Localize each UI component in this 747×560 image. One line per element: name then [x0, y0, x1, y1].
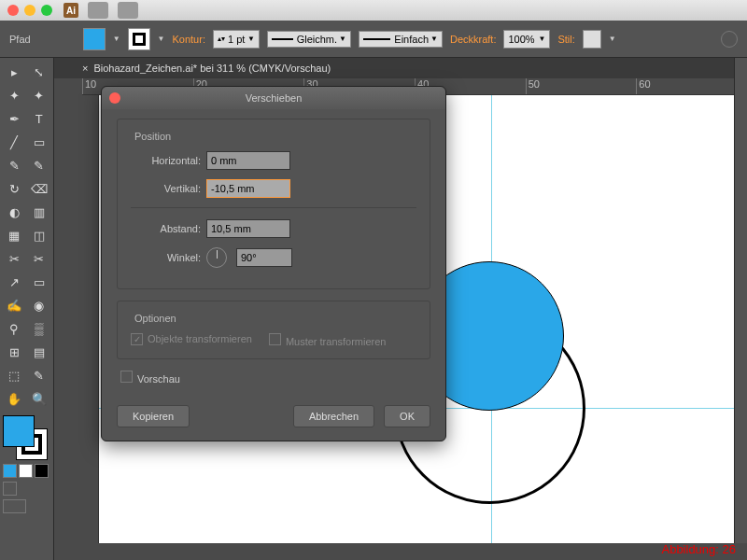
abstand-input[interactable]: [206, 219, 290, 238]
screen-mode-2[interactable]: [3, 499, 26, 513]
control-bar: Pfad ▼ ▼ Kontur: ▴▾1 pt▼ Gleichm.▼ Einfa…: [0, 21, 747, 58]
tool-button[interactable]: 🔍: [28, 388, 51, 410]
stroke-profile-1[interactable]: Gleichm.▼: [267, 31, 351, 48]
dialog-title: Verschieben: [246, 92, 303, 104]
zoom-dot[interactable]: [41, 5, 52, 16]
minimize-dot[interactable]: [24, 5, 35, 16]
panel-menu-icon[interactable]: [721, 31, 738, 48]
tool-button[interactable]: ✎: [3, 155, 26, 176]
muster-label: Muster transformieren: [286, 336, 387, 347]
opacity-select[interactable]: 100%▼: [503, 30, 550, 49]
tool-button[interactable]: ⚲: [3, 318, 26, 340]
tool-button[interactable]: ▥: [28, 202, 51, 223]
vorschau-checkbox[interactable]: [120, 371, 133, 383]
mini-swatch[interactable]: [19, 464, 33, 478]
objekte-label: Objekte transformieren: [148, 333, 252, 344]
mini-swatch[interactable]: [35, 464, 49, 478]
vertical-ruler: [82, 95, 99, 543]
tool-button[interactable]: ⬚: [3, 365, 26, 386]
vertical-label: Vertikal:: [131, 183, 201, 194]
tool-button[interactable]: ⊞: [3, 342, 26, 363]
tool-button[interactable]: ⌫: [28, 178, 51, 200]
layout-button[interactable]: [118, 2, 138, 19]
close-tab-icon[interactable]: ×: [82, 63, 88, 74]
stroke-profile-2[interactable]: Einfach▼: [359, 31, 443, 48]
color-mode-row: [3, 464, 50, 478]
tool-button[interactable]: ╱: [3, 132, 26, 153]
right-panel-strip[interactable]: [734, 58, 747, 543]
objekte-checkbox[interactable]: ✓: [131, 333, 143, 345]
tool-button[interactable]: T: [28, 108, 51, 130]
document-tab-bar: × Biohazard_Zeichen.ai* bei 311 % (CMYK/…: [0, 58, 747, 78]
winkel-label: Winkel:: [131, 252, 201, 263]
kopieren-button[interactable]: Kopieren: [117, 405, 190, 427]
abstand-label: Abstand:: [131, 223, 201, 234]
close-dot[interactable]: [7, 5, 19, 16]
tool-button[interactable]: ✦: [28, 85, 51, 106]
deckkraft-label: Deckkraft:: [450, 34, 497, 45]
mini-swatch[interactable]: [3, 464, 17, 478]
kontur-label: Kontur:: [172, 34, 204, 45]
dialog-close-dot[interactable]: [109, 92, 120, 104]
macos-titlebar: Ai: [0, 0, 747, 21]
vertical-input[interactable]: [206, 179, 290, 198]
tool-button[interactable]: ▤: [28, 342, 51, 363]
fill-color[interactable]: [3, 415, 35, 447]
position-fieldset: Position Horizontal: Vertikal: Abstand: …: [117, 119, 430, 289]
tool-button[interactable]: ✋: [3, 388, 26, 410]
tool-button[interactable]: ✎: [28, 365, 51, 386]
horizontal-label: Horizontal:: [131, 155, 201, 166]
stroke-swatch[interactable]: [128, 28, 150, 50]
tool-button[interactable]: ◐: [3, 202, 26, 223]
tool-button[interactable]: ✍: [3, 295, 26, 316]
tool-button[interactable]: ✦: [3, 85, 26, 106]
fill-stroke-swatches[interactable]: [3, 415, 48, 460]
tool-button[interactable]: ✂: [28, 248, 51, 270]
tool-button[interactable]: ✎: [28, 155, 51, 176]
angle-icon[interactable]: [206, 247, 227, 268]
abbildung-label: Abbildung: 26: [661, 542, 736, 556]
ok-button[interactable]: OK: [384, 405, 430, 427]
tool-button[interactable]: ✂: [3, 248, 26, 270]
tool-button[interactable]: ⤡: [28, 62, 51, 83]
tool-button[interactable]: ▸: [3, 62, 26, 83]
tool-button[interactable]: ▭: [28, 132, 51, 153]
vorschau-label: Vorschau: [137, 373, 180, 385]
tool-button[interactable]: ▦: [3, 225, 26, 246]
app-icon: Ai: [63, 3, 78, 18]
tool-button[interactable]: ◫: [28, 225, 51, 246]
tool-button[interactable]: ▭: [28, 272, 51, 293]
winkel-input[interactable]: [236, 248, 292, 267]
fill-swatch[interactable]: [83, 28, 106, 50]
optionen-legend: Optionen: [131, 313, 180, 324]
tools-panel: ▸⤡✦✦✒T╱▭✎✎↻⌫◐▥▦◫✂✂↗▭✍◉⚲▒⊞▤⬚✎✋🔍: [0, 58, 54, 560]
position-legend: Position: [131, 131, 175, 142]
tool-button[interactable]: ◉: [28, 295, 51, 316]
tool-button[interactable]: ↻: [3, 178, 26, 200]
pfad-label: Pfad: [9, 34, 31, 45]
stroke-weight-select[interactable]: ▴▾1 pt▼: [213, 30, 260, 49]
document-tab-title[interactable]: Biohazard_Zeichen.ai* bei 311 % (CMYK/Vo…: [93, 63, 331, 74]
stil-label: Stil:: [557, 34, 574, 45]
optionen-fieldset: Optionen ✓Objekte transformieren Muster …: [117, 301, 430, 359]
bridge-button[interactable]: [88, 2, 108, 19]
dialog-titlebar[interactable]: Verschieben: [102, 87, 445, 109]
tool-button[interactable]: ▒: [28, 318, 51, 340]
stil-swatch[interactable]: [583, 30, 601, 49]
horizontal-input[interactable]: [206, 151, 290, 170]
muster-checkbox[interactable]: [269, 333, 281, 345]
tool-button[interactable]: ↗: [3, 272, 26, 293]
tool-button[interactable]: ✒: [3, 108, 26, 130]
screen-mode[interactable]: [3, 482, 17, 496]
move-dialog: Verschieben Position Horizontal: Vertika…: [101, 86, 446, 441]
abbrechen-button[interactable]: Abbrechen: [293, 405, 374, 427]
